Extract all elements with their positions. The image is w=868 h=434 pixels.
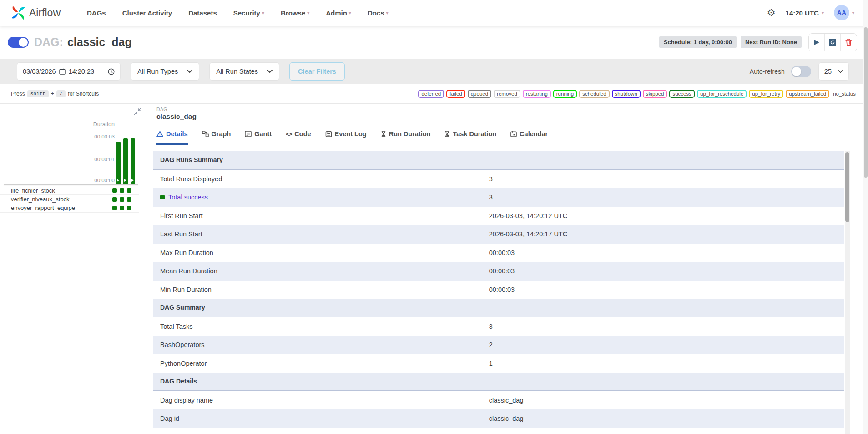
legend-badge-removed[interactable]: removed (494, 90, 520, 98)
row-label-cell: Total Tasks (153, 323, 489, 330)
table-row: BashOperators2 (153, 336, 844, 354)
dag-run-bar[interactable] (131, 138, 135, 184)
nav-item-datasets[interactable]: Datasets (188, 9, 217, 17)
dag-run-bar[interactable] (116, 142, 121, 184)
row-value-cell: 3 (489, 323, 844, 330)
chevron-down-icon: ▾ (822, 10, 824, 15)
row-value-cell: 2026-03-03, 14:20:17 UTC (489, 230, 844, 238)
date-time-picker[interactable]: 03/03/2026 14:20:23 (17, 62, 121, 81)
task-instance-square[interactable] (112, 197, 117, 202)
task-name[interactable]: envoyer_rapport_equipe (11, 204, 75, 211)
scrollbar-thumb[interactable] (864, 27, 868, 178)
nav-item-docs[interactable]: Docs▾ (368, 9, 389, 17)
table-row: Last Run Start2026-03-03, 14:20:17 UTC (153, 225, 844, 244)
details-table: DAG Runs SummaryTotal Runs Displayed3Tot… (153, 151, 844, 428)
tab-run-duration[interactable]: Run Duration (381, 124, 431, 145)
task-instance-square[interactable] (112, 188, 117, 193)
kbd-shift: shift (27, 90, 49, 97)
task-instance-square[interactable] (120, 206, 124, 210)
table-row: Min Run Duration00:00:03 (153, 281, 844, 299)
tab-task-duration[interactable]: Task Duration (444, 124, 496, 145)
task-instance-square[interactable] (112, 206, 117, 210)
auto-refresh-toggle[interactable] (791, 66, 811, 77)
dag-run-bar[interactable] (123, 138, 128, 184)
page-size-select[interactable]: 25 (818, 62, 849, 81)
legend-badge-skipped[interactable]: skipped (643, 90, 667, 98)
row-label-cell: BashOperators (153, 341, 489, 348)
task-name[interactable]: verifier_niveaux_stock (11, 196, 70, 203)
legend-badge-queued[interactable]: queued (468, 90, 491, 98)
nav-item-dags[interactable]: DAGs (87, 9, 106, 17)
nav-item-browse[interactable]: Browse▾ (281, 9, 309, 17)
filter-bar: 03/03/2026 14:20:23 All Run Types All Ru… (0, 59, 868, 84)
calendar-icon (59, 68, 66, 75)
task-row[interactable]: lire_fichier_stock (0, 186, 139, 195)
tab-calendar[interactable]: Calendar (510, 124, 548, 145)
clear-filters-button[interactable]: Clear Filters (289, 62, 345, 81)
row-value-cell: 00:00:03 (489, 286, 844, 293)
scrollbar-thumb[interactable] (845, 152, 849, 222)
collapse-panel-icon[interactable] (134, 107, 141, 115)
legend-badge-shutdown[interactable]: shutdown (612, 90, 641, 98)
task-row[interactable]: verifier_niveaux_stock (0, 195, 139, 204)
reparse-dag-button[interactable] (825, 34, 841, 51)
tab-code[interactable]: <>Code (286, 124, 311, 145)
task-instance-square[interactable] (120, 197, 124, 202)
code-icon: <> (286, 130, 292, 138)
run-types-select[interactable]: All Run Types (131, 62, 199, 81)
task-instance-square[interactable] (127, 188, 131, 193)
state-legend: deferredfailedqueuedremovedrestartingrun… (418, 90, 857, 98)
tab-gantt[interactable]: Gantt (245, 124, 272, 145)
legend-badge-deferred[interactable]: deferred (418, 90, 444, 98)
row-label-cell: Max Run Duration (153, 249, 489, 256)
legend-badge-success[interactable]: success (669, 90, 695, 98)
legend-badge-up_for_retry[interactable]: up_for_retry (749, 90, 783, 98)
task-row[interactable]: envoyer_rapport_equipe (0, 204, 139, 213)
row-value-cell: classic_dag (489, 397, 844, 404)
tab-event-log[interactable]: Event Log (325, 124, 367, 145)
task-instance-square[interactable] (127, 206, 131, 210)
timezone-selector[interactable]: 14:20 UTC ▾ (786, 9, 824, 17)
delete-dag-button[interactable] (841, 34, 857, 51)
row-value: 2026-03-03, 14:20:17 UTC (489, 230, 568, 238)
total-success-link[interactable]: Total success (168, 194, 208, 201)
next-run-badge: Next Run ID: None (741, 36, 802, 48)
trigger-dag-button[interactable] (809, 34, 825, 51)
row-label: Total Tasks (160, 323, 192, 330)
time-value: 14:20:23 (69, 68, 94, 75)
legend-badge-up_for_reschedule[interactable]: up_for_reschedule (697, 90, 747, 98)
row-value-cell: 2026-03-03, 14:20:12 UTC (489, 212, 844, 220)
task-instance-square[interactable] (127, 197, 131, 202)
dag-pause-toggle[interactable] (8, 37, 29, 48)
tab-label: Details (166, 130, 188, 138)
section-header: DAG Runs Summary (153, 156, 489, 163)
shortcut-text: Press (11, 91, 25, 97)
legend-badge-restarting[interactable]: restarting (523, 90, 551, 98)
table-row: Total success3 (153, 188, 844, 207)
table-row: PythonOperator1 (153, 354, 844, 373)
legend-badge-running[interactable]: running (553, 90, 577, 98)
gear-icon[interactable]: ⚙ (767, 7, 776, 18)
tab-details[interactable]: Details (156, 124, 188, 145)
run-states-select[interactable]: All Run States (209, 62, 279, 81)
nav-item-cluster-activity[interactable]: Cluster Activity (122, 9, 172, 17)
task-instance-square[interactable] (120, 188, 124, 193)
row-value: 2 (489, 341, 493, 348)
calendar-icon (510, 131, 517, 137)
task-name[interactable]: lire_fichier_stock (11, 187, 55, 194)
legend-badge-upstream_failed[interactable]: upstream_failed (786, 90, 829, 98)
auto-refresh-label: Auto-refresh (750, 68, 785, 75)
airflow-logo[interactable]: Airflow (10, 5, 61, 21)
user-menu[interactable]: AA ▾ (834, 5, 854, 20)
legend-badge-failed[interactable]: failed (446, 90, 465, 98)
nav-item-admin[interactable]: Admin▾ (326, 9, 351, 17)
row-label-cell: First Run Start (153, 212, 489, 220)
tab-graph[interactable]: Graph (202, 124, 231, 145)
row-label-cell: Mean Run Duration (153, 267, 489, 275)
nav-item-security[interactable]: Security▾ (233, 9, 264, 17)
table-scrollbar[interactable] (845, 151, 850, 434)
legend-badge-no_status[interactable]: no_status (832, 91, 857, 97)
details-icon (156, 131, 163, 137)
window-scrollbar[interactable] (863, 0, 868, 434)
legend-badge-scheduled[interactable]: scheduled (579, 90, 609, 98)
